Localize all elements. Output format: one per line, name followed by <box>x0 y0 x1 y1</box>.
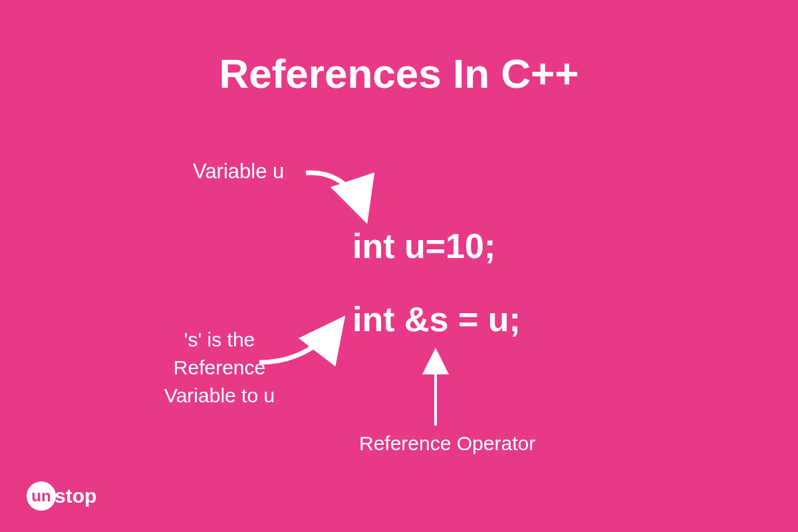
brand-logo: un stop <box>27 481 96 511</box>
page-title: References In C++ <box>0 50 798 97</box>
label-reference-variable: 's' is the Reference Variable to u <box>136 326 303 410</box>
arrow-operator-icon <box>422 342 449 429</box>
code-reference: int &s = u; <box>352 299 521 339</box>
label-reference-operator: Reference Operator <box>359 432 535 455</box>
logo-circle: un <box>27 481 56 511</box>
logo-text: stop <box>55 485 96 507</box>
label-variable-u: Variable u <box>193 160 284 184</box>
arrow-variable-icon <box>299 156 392 236</box>
code-declaration: int u=10; <box>352 226 495 266</box>
